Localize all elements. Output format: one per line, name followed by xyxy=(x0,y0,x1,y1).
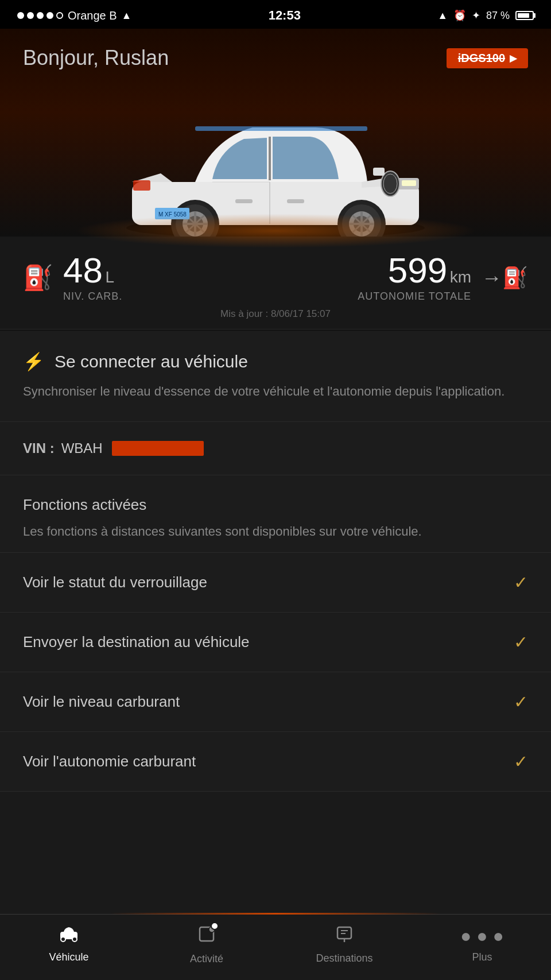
bluetooth-icon: ✦ xyxy=(472,9,480,22)
signal-dot-5 xyxy=(56,12,63,19)
greeting-text: Bonjour, Ruslan xyxy=(23,46,169,70)
car-nav-icon xyxy=(58,925,80,947)
battery-outline xyxy=(515,11,534,20)
nav-spacer xyxy=(0,792,551,858)
vin-prefix: WBAH xyxy=(61,440,103,456)
vin-label: VIN : xyxy=(23,440,55,456)
car-image-wrap: M XF 5058 xyxy=(23,76,528,237)
function-item: Voir le statut du verrouillage ✓ xyxy=(0,553,551,613)
svg-rect-30 xyxy=(195,126,367,131)
nav-item-vehicule[interactable]: Véhicule xyxy=(0,925,138,963)
function-name: Voir le niveau carburant xyxy=(23,693,180,711)
badge-label: iDGS100 xyxy=(458,52,505,65)
bottom-nav: Véhicule Activité Destinations ● ● ● Plu… xyxy=(0,914,551,980)
car-glow xyxy=(73,214,478,248)
svg-rect-31 xyxy=(373,168,385,176)
check-icon: ✓ xyxy=(514,572,528,592)
header-top: Bonjour, Ruslan iDGS100 xyxy=(23,46,528,70)
function-name: Envoyer la destination au véhicule xyxy=(23,633,250,651)
vin-redacted xyxy=(112,441,204,456)
nav-activite-label: Activité xyxy=(190,953,223,965)
fuel-left: ⛽ 48 L NIV. CARB. xyxy=(23,253,122,303)
nav-item-plus[interactable]: ● ● ● Plus xyxy=(413,925,551,963)
signal-dots xyxy=(17,12,63,19)
range-value-number: 599 xyxy=(388,250,447,290)
connect-description: Synchroniser le niveau d'essence de votr… xyxy=(23,382,528,401)
check-icon: ✓ xyxy=(514,632,528,652)
carrier-label: Orange B xyxy=(68,9,117,22)
nav-destinations-label: Destinations xyxy=(316,952,372,964)
functions-header: Fonctions activées Les fonctions à dista… xyxy=(0,475,551,553)
svg-rect-35 xyxy=(200,927,214,941)
signal-dot-1 xyxy=(17,12,24,19)
connect-title: Se connecter au véhicule xyxy=(55,352,248,371)
range-value-group: 599 km AUTONOMIE TOTALE xyxy=(358,253,471,303)
fuel-right: 599 km AUTONOMIE TOTALE →⛽ xyxy=(358,253,528,303)
function-list: Voir le statut du verrouillage ✓ Envoyer… xyxy=(0,553,551,792)
svg-point-6 xyxy=(383,174,397,193)
signal-dot-2 xyxy=(27,12,34,19)
wifi-icon: ▲ xyxy=(122,10,132,22)
car-area: M XF 5058 xyxy=(23,76,528,237)
nav-vehicule-label: Véhicule xyxy=(49,951,88,963)
battery-percent: 87 % xyxy=(486,10,510,22)
svg-point-36 xyxy=(209,927,215,932)
fuel-pump-icon: ⛽ xyxy=(23,264,53,292)
svg-rect-7 xyxy=(133,180,150,191)
fuel-unit-label: L xyxy=(105,268,114,286)
svg-rect-10 xyxy=(235,199,253,203)
range-label: AUTONOMIE TOTALE xyxy=(358,290,471,303)
app-header: Bonjour, Ruslan iDGS100 xyxy=(0,29,551,237)
status-right: ▲ ⏰ ✦ 87 % xyxy=(437,9,534,22)
destinations-nav-icon xyxy=(335,925,354,948)
connect-section: ⚡ Se connecter au véhicule Synchroniser … xyxy=(0,331,551,422)
activity-nav-icon xyxy=(197,924,216,948)
alarm-icon: ⏰ xyxy=(453,9,466,22)
fuel-carb-label: NIV. CARB. xyxy=(63,290,122,303)
function-name: Voir l'autonomie carburant xyxy=(23,753,196,770)
idriving-badge[interactable]: iDGS100 xyxy=(447,48,528,68)
function-item: Voir l'autonomie carburant ✓ xyxy=(0,732,551,792)
fuel-value-group: 48 L NIV. CARB. xyxy=(63,253,122,303)
nav-item-destinations[interactable]: Destinations xyxy=(276,925,413,964)
function-item: Envoyer la destination au véhicule ✓ xyxy=(0,613,551,672)
signal-dot-4 xyxy=(46,12,53,19)
vin-row: VIN : WBAH xyxy=(0,422,551,475)
status-left: Orange B ▲ xyxy=(17,9,131,22)
svg-rect-11 xyxy=(287,199,304,203)
fuel-row: ⛽ 48 L NIV. CARB. 599 km AUTONOMIE TOTAL… xyxy=(23,253,528,303)
status-time: 12:53 xyxy=(269,8,301,23)
functions-description: Les fonctions à distances suivantes sont… xyxy=(23,522,528,541)
nav-item-activite[interactable]: Activité xyxy=(138,924,276,965)
fuel-value-number: 48 xyxy=(63,250,103,290)
more-nav-icon: ● ● ● xyxy=(460,925,504,947)
fuel-info-bar: ⛽ 48 L NIV. CARB. 599 km AUTONOMIE TOTAL… xyxy=(0,237,551,330)
nav-plus-label: Plus xyxy=(472,951,492,963)
battery-fill xyxy=(518,13,529,18)
function-name: Voir le statut du verrouillage xyxy=(23,574,207,591)
battery-indicator xyxy=(515,11,534,20)
status-bar: Orange B ▲ 12:53 ▲ ⏰ ✦ 87 % xyxy=(0,0,551,29)
location-icon: ▲ xyxy=(437,10,448,22)
range-arrow-icon: →⛽ xyxy=(482,266,528,290)
svg-point-33 xyxy=(61,937,65,942)
check-icon: ✓ xyxy=(514,752,528,772)
fuel-timestamp: Mis à jour : 8/06/17 15:07 xyxy=(23,308,528,320)
range-unit-label: km xyxy=(450,268,471,286)
svg-rect-4 xyxy=(402,180,416,186)
connect-title-row: ⚡ Se connecter au véhicule xyxy=(23,351,528,371)
check-icon: ✓ xyxy=(514,692,528,712)
functions-title: Fonctions activées xyxy=(23,496,528,514)
function-item: Voir le niveau carburant ✓ xyxy=(0,672,551,732)
svg-point-34 xyxy=(72,937,77,942)
signal-dot-3 xyxy=(37,12,44,19)
usb-icon: ⚡ xyxy=(23,351,44,371)
